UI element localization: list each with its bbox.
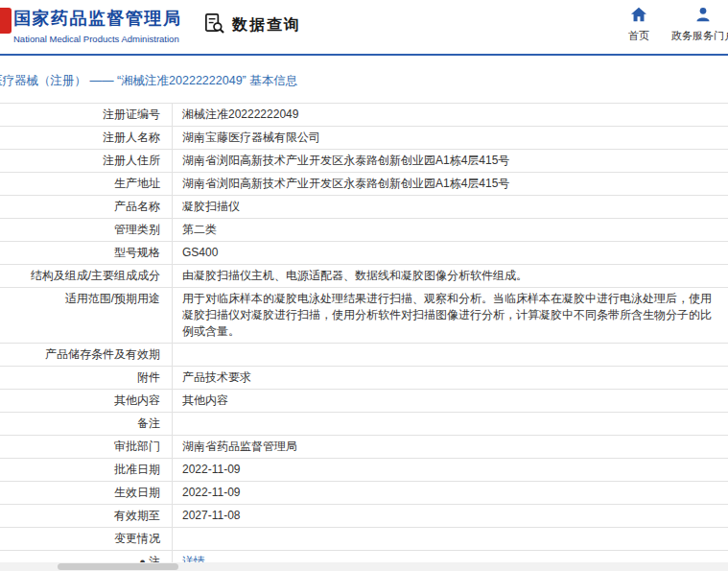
table-row: 适用范围/预期用途用于对临床样本的凝胶电泳处理结果进行扫描、观察和分析。当临床样… (0, 288, 728, 344)
table-row: 管理类别第二类 (0, 219, 728, 242)
row-value (173, 528, 728, 550)
org-name-en: National Medical Products Administration (13, 34, 182, 44)
portal-link[interactable]: 政务服务门户 (669, 7, 728, 43)
table-row: 备注 (0, 413, 728, 436)
row-label: 变更情况 (0, 528, 173, 550)
table-row: 注册证编号湘械注准20222222049 (0, 104, 728, 127)
table-row: 型号规格GS400 (0, 242, 728, 265)
row-value: 湖南省浏阳高新技术产业开发区永泰路创新创业园A1栋4层415号 (173, 173, 728, 195)
table-row: 批准日期2022-11-09 (0, 459, 728, 482)
org-name-cn: 国家药品监督管理局 (13, 7, 182, 30)
row-label: 生产地址 (0, 173, 173, 195)
portal-label: 政务服务门户 (671, 29, 728, 43)
row-value: 2022-11-09 (173, 482, 728, 504)
row-value: GS400 (173, 242, 728, 264)
row-value: 2022-11-09 (173, 459, 728, 481)
table-row: 其他内容其他内容 (0, 390, 728, 413)
table-row: 产品名称凝胶扫描仪 (0, 196, 728, 219)
row-value (173, 344, 728, 366)
row-value: 2027-11-08 (173, 505, 728, 527)
table-row: 注册人名称湖南宝藤医疗器械有限公司 (0, 127, 728, 150)
data-query-label: 数据查询 (232, 15, 301, 36)
org-title-block: 国家药品监督管理局 National Medical Products Admi… (13, 7, 182, 44)
row-value: 湖南省浏阳高新技术产业开发区永泰路创新创业园A1栋4层415号 (173, 150, 728, 172)
row-label: 生效日期 (0, 482, 173, 504)
row-label: 产品名称 (0, 196, 173, 218)
row-label: 备注 (0, 413, 173, 435)
row-value: 用于对临床样本的凝胶电泳处理结果进行扫描、观察和分析。当临床样本在凝胶中进行电泳… (173, 288, 728, 343)
nmpa-emblem-logo (0, 8, 12, 34)
row-label: 注册证编号 (0, 104, 173, 126)
row-label: 型号规格 (0, 242, 173, 264)
home-icon (630, 7, 647, 26)
row-label: 批准日期 (0, 459, 173, 481)
table-row: 附件产品技术要求 (0, 367, 728, 390)
table-row: 生产地址湖南省浏阳高新技术产业开发区永泰路创新创业园A1栋4层415号 (0, 173, 728, 196)
row-label: 附件 (0, 367, 173, 389)
data-query-nav[interactable]: 数据查询 (203, 12, 301, 38)
row-value: 第二类 (173, 219, 728, 241)
document-search-icon (203, 12, 225, 38)
row-label: 管理类别 (0, 219, 173, 241)
main-content: 医疗器械（注册） —— “湘械注准20222222049” 基本信息 注册证编号… (0, 56, 728, 571)
page-title: 医疗器械（注册） —— “湘械注准20222222049” 基本信息 (0, 56, 728, 103)
table-row: 审批部门湖南省药品监督管理局 (0, 436, 728, 459)
table-row: 有效期至2027-11-08 (0, 505, 728, 528)
table-row: 生效日期2022-11-09 (0, 482, 728, 505)
row-label: 注册人名称 (0, 127, 173, 149)
table-row: 结构及组成/主要组成成分由凝胶扫描仪主机、电源适配器、数据线和凝胶图像分析软件组… (0, 265, 728, 288)
table-row: 注册人住所湖南省浏阳高新技术产业开发区永泰路创新创业园A1栋4层415号 (0, 150, 728, 173)
home-label: 首页 (628, 29, 649, 43)
row-value: 凝胶扫描仪 (173, 196, 728, 218)
site-header: 国家药品监督管理局 National Medical Products Admi… (0, 0, 728, 54)
row-label: 产品储存条件及有效期 (0, 344, 173, 366)
row-label: 适用范围/预期用途 (0, 288, 173, 343)
home-link[interactable]: 首页 (622, 7, 656, 43)
scrollbar-thumb[interactable] (58, 563, 178, 570)
row-label: 结构及组成/主要组成成分 (0, 265, 173, 287)
portal-user-icon (694, 7, 712, 26)
table-row: 变更情况 (0, 528, 728, 551)
row-value: 产品技术要求 (173, 367, 728, 389)
row-value: 湖南宝藤医疗器械有限公司 (173, 127, 728, 149)
info-table: 注册证编号湘械注准20222222049注册人名称湖南宝藤医疗器械有限公司注册人… (0, 103, 728, 571)
table-row: 产品储存条件及有效期 (0, 344, 728, 367)
row-value: 湘械注准20222222049 (173, 104, 728, 126)
row-label: 其他内容 (0, 390, 173, 412)
page: 国家药品监督管理局 National Medical Products Admi… (0, 0, 728, 571)
row-value: 由凝胶扫描仪主机、电源适配器、数据线和凝胶图像分析软件组成。 (173, 265, 728, 287)
row-value (173, 413, 728, 435)
horizontal-scrollbar[interactable] (0, 562, 728, 571)
row-label: 有效期至 (0, 505, 173, 527)
row-label: 审批部门 (0, 436, 173, 458)
row-label: 注册人住所 (0, 150, 173, 172)
row-value: 湖南省药品监督管理局 (173, 436, 728, 458)
row-value: 其他内容 (173, 390, 728, 412)
